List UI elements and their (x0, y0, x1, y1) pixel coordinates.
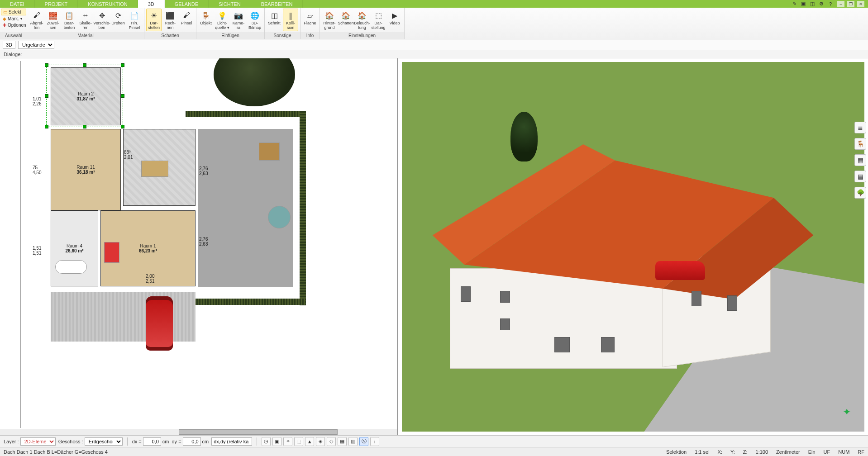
beleuchtung-button[interactable]: 🏠Beleuch- tung (354, 9, 370, 31)
pinsel-icon: 🖌 (181, 10, 192, 21)
floor-plan[interactable]: 1,012,26 754,50 1,511,51 Raum 231,87 m² … (5, 61, 392, 428)
tab-konstruktion[interactable]: KONSTRUKTION (78, 0, 138, 8)
kollision-button[interactable]: ‖Kolli- sion (283, 9, 298, 31)
bottom-tool-1[interactable]: ▣ (272, 437, 281, 446)
zuweisen-button[interactable]: 🧱Zuwei- sen (45, 9, 61, 31)
schatten2-button[interactable]: 🏠Schatten (338, 9, 353, 27)
bottom-tool-6[interactable]: ◇ (327, 437, 336, 446)
status-left: Dach Dach 1 Dach B L=Dächer G=Geschoss 4 (4, 449, 108, 455)
view-3d[interactable]: ✦ (402, 62, 864, 432)
bottom-tool-5[interactable]: ◈ (316, 437, 325, 446)
selekt-toggle[interactable]: ▭Selekt (1, 9, 26, 15)
sofa (104, 242, 119, 263)
skalieren-button[interactable]: ↔Skalie- ren (78, 9, 93, 31)
dialog-label: Dialoge: (4, 52, 22, 57)
tab-3d[interactable]: 3D (138, 0, 165, 8)
scrollbar-2d[interactable] (0, 429, 397, 435)
bottom-tool-0[interactable]: ◷ (262, 437, 271, 446)
tab-projekt[interactable]: PROJEKT (35, 0, 78, 8)
dy-input[interactable] (183, 437, 201, 446)
bottom-tool-10[interactable]: i (370, 437, 379, 446)
terrain-select[interactable]: Urgelände (18, 41, 54, 49)
hinpinsel-icon: 📄 (129, 10, 140, 21)
maximize-button[interactable]: ❐ (847, 1, 854, 7)
view-mode-input[interactable] (3, 41, 15, 49)
tab-datei[interactable]: DATEI (0, 0, 35, 8)
cube-icon[interactable]: ◫ (809, 1, 816, 7)
bottom-toolbar: Layer : 2D-Elemen Geschoss : Erdgeschos … (0, 435, 868, 447)
flaeche-button[interactable]: ▱Fläche (302, 9, 318, 27)
ribbon-group-sonstige: ◫Schnitt‖Kolli- sionSonstige (265, 8, 300, 39)
ribbon-group-auswahl: ▭Selekt ◆Mark.▾ ✚Optionen Auswahl (0, 8, 27, 39)
room-2[interactable]: Raum 231,87 m² (51, 67, 121, 125)
drehen-button[interactable]: ⟳Drehen (110, 9, 126, 27)
close-button[interactable]: ✕ (857, 1, 864, 7)
layer-select[interactable]: 2D-Elemen (20, 437, 56, 446)
hinpinsel-button[interactable]: 📄Hin. Pinsel (127, 9, 142, 31)
tab-sichten[interactable]: SICHTEN (209, 0, 251, 8)
geschoss-label: Geschoss : (58, 439, 83, 444)
schnitt-button[interactable]: ◫Schnitt (267, 9, 282, 27)
optionen-toggle[interactable]: ✚Optionen (1, 22, 26, 28)
bottom-tool-4[interactable]: ▲ (305, 437, 314, 446)
bottom-tool-2[interactable]: ✧ (283, 437, 292, 446)
rechnen-icon: ⬛ (165, 10, 176, 21)
objekt-button[interactable]: 🪑Objekt (198, 9, 214, 27)
status-selection: Selektion (666, 449, 687, 455)
layer-icon[interactable]: ▣ (800, 1, 806, 7)
ribbon-group-info: ▱FlächeInfo (300, 8, 320, 39)
room-11[interactable]: Raum 1136,18 m² (51, 129, 121, 210)
geschoss-select[interactable]: Erdgeschos (85, 437, 123, 446)
side-tool-render[interactable]: 🪑 (854, 138, 866, 150)
mark-toggle[interactable]: ◆Mark.▾ (1, 16, 26, 22)
darstellung-button[interactable]: ⬚Dar- stellung (371, 9, 386, 31)
side-tool-plant[interactable]: 🌳 (854, 187, 866, 199)
pinsel-button[interactable]: 🖌Pinsel (179, 9, 194, 27)
tab-bar-spacer (303, 0, 791, 8)
drehen-icon: ⟳ (113, 10, 124, 21)
side-tool-materials[interactable]: ▦ (854, 154, 866, 166)
bottom-tool-8[interactable]: ▥ (348, 437, 358, 446)
room-4[interactable]: Raum 426,60 m² (51, 210, 98, 286)
title-quick-icons: ✎▣◫⚙? (791, 0, 837, 8)
darstellen-button[interactable]: ☀Dar- stellen (146, 9, 162, 31)
bitmap3d-button[interactable]: 🌐3D- Bitmap (247, 9, 262, 31)
pencil-icon[interactable]: ✎ (791, 1, 797, 7)
video-button[interactable]: ▶Video (387, 9, 402, 27)
kollision-icon: ‖ (285, 10, 296, 21)
lichtquelle-button[interactable]: 💡Licht- quelle ▾ (215, 9, 230, 31)
schatten2-icon: 🏠 (340, 10, 351, 21)
abgreifen-button[interactable]: 🖌Abgrei- fen (29, 9, 44, 31)
bottom-tool-9[interactable]: Ⓝ (359, 437, 368, 446)
tab-bearbeiten[interactable]: BEARBEITEN (251, 0, 303, 8)
settings-icon[interactable]: ⚙ (818, 1, 825, 7)
bottom-tool-7[interactable]: ▦ (338, 437, 347, 446)
zuweisen-icon: 🧱 (48, 10, 58, 21)
status-unit: Zentimeter (776, 449, 800, 455)
hintergrund-button[interactable]: 🏠Hinter- grund (322, 9, 337, 31)
rechnen-button[interactable]: ⬛Rech- nen (162, 9, 178, 31)
help-icon[interactable]: ? (827, 1, 834, 7)
window-buttons: –❐✕ (837, 0, 868, 8)
bottom-tool-3[interactable]: ⬚ (294, 437, 303, 446)
side-tool-palette[interactable]: ▤ (854, 171, 866, 182)
pane-2d[interactable]: 1,012,26 754,50 1,511,51 Raum 231,87 m² … (0, 58, 398, 435)
ribbon-group-label: Einfügen (196, 32, 264, 39)
lichtquelle-icon: 💡 (217, 10, 228, 21)
dx-input[interactable] (143, 437, 161, 446)
bearbeiten-icon: 📋 (64, 10, 75, 21)
kamera-button[interactable]: 📷Kame- ra (231, 9, 246, 31)
coord-mode-input[interactable] (211, 437, 252, 446)
pane-3d[interactable]: ✦ (398, 58, 868, 435)
tree-2d (214, 58, 295, 106)
minimize-button[interactable]: – (837, 1, 844, 7)
tab-gelände[interactable]: GELÄNDE (165, 0, 209, 8)
schnitt-icon: ◫ (269, 10, 280, 21)
verschieben-button[interactable]: ✥Verschie- ben (94, 9, 110, 31)
side-tool-layers[interactable]: ≣ (854, 122, 866, 133)
ribbon-group-einstellungen: 🏠Hinter- grund🏠Schatten🏠Beleuch- tung⬚Da… (320, 8, 405, 39)
kamera-icon: 📷 (233, 10, 244, 21)
ribbon-group-label: Info (300, 32, 320, 39)
bearbeiten-button[interactable]: 📋Bear- beiten (62, 9, 77, 31)
hedge-top (186, 111, 305, 117)
